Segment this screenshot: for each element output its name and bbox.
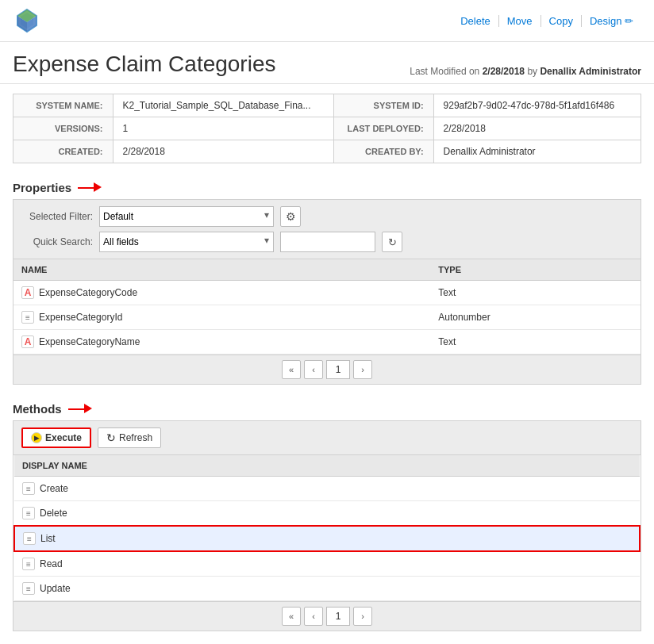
methods-table-row[interactable]: ≡ Create — [14, 477, 640, 501]
properties-table-row[interactable]: A ExpenseCategoryName Text — [13, 330, 641, 355]
method-name: List — [40, 533, 56, 544]
prop-name-cell: A ExpenseCategoryCode — [13, 281, 430, 305]
properties-toolbar: Selected Filter: Default ⚙ Quick Search:… — [13, 200, 641, 259]
col-type-header: TYPE — [430, 259, 641, 281]
prop-name: ExpenseCategoryCode — [39, 287, 137, 298]
refresh-icon: ↻ — [106, 431, 116, 444]
info-table: SYSTEM NAME: K2_Tutorial_Sample_SQL_Data… — [13, 94, 641, 163]
meta-user: Denallix Administrator — [540, 66, 641, 77]
properties-table-row[interactable]: ≡ ExpenseCategoryId Autonumber — [13, 305, 641, 330]
top-bar: Delete Move Copy Design ✏ — [0, 0, 654, 42]
search-row: Quick Search: All fields ↻ — [21, 232, 633, 252]
method-name-cell: ≡ Update — [14, 577, 640, 601]
methods-next-page-button[interactable]: › — [353, 607, 372, 626]
prop-name: ExpenseCategoryName — [39, 336, 140, 347]
play-icon: ▶ — [31, 432, 42, 443]
page-title: Expense Claim Categories — [13, 52, 276, 77]
system-id-value: 929af2b7-9d02-47dc-978d-5f1afd16f486 — [433, 94, 641, 117]
last-deployed-value: 2/28/2018 — [433, 117, 641, 140]
methods-pagination: « ‹ 1 › — [13, 601, 641, 631]
method-name-cell: ≡ Delete — [14, 501, 640, 527]
versions-value: 1 — [113, 117, 333, 140]
methods-table-row[interactable]: ≡ List — [14, 526, 640, 551]
created-label: CREATED: — [13, 140, 113, 163]
filter-row: Selected Filter: Default ⚙ — [21, 206, 633, 227]
prop-type-cell: Text — [430, 330, 641, 355]
methods-label: Methods — [13, 402, 62, 416]
methods-section-header: Methods — [0, 394, 654, 420]
refresh-label: Refresh — [119, 432, 152, 443]
properties-section-header: Properties — [0, 173, 654, 199]
method-name: Create — [40, 483, 68, 494]
design-action[interactable]: Design ✏ — [582, 15, 641, 27]
methods-arrow-icon — [68, 404, 92, 414]
methods-table-row[interactable]: ≡ Read — [14, 551, 640, 577]
properties-label: Properties — [13, 181, 71, 194]
method-name-cell: ≡ Read — [14, 551, 640, 577]
prop-type-cell: Text — [430, 281, 641, 305]
method-type-icon: ≡ — [22, 507, 35, 519]
prop-name-cell: ≡ ExpenseCategoryId — [13, 305, 430, 330]
system-name-label: SYSTEM NAME: — [13, 94, 113, 117]
versions-label: VERSIONS: — [13, 117, 113, 140]
methods-table-row[interactable]: ≡ Delete — [14, 501, 640, 527]
system-id-label: SYSTEM ID: — [333, 94, 433, 117]
system-name-value: K2_Tutorial_Sample_SQL_Database_Fina... — [113, 94, 333, 117]
next-page-button[interactable]: › — [353, 360, 372, 379]
properties-arrow-icon — [78, 183, 102, 193]
search-input[interactable] — [280, 232, 375, 252]
methods-prev-page-button[interactable]: ‹ — [304, 607, 323, 626]
methods-first-page-button[interactable]: « — [282, 607, 301, 626]
display-name-header: DISPLAY NAME — [14, 455, 640, 477]
prop-name: ExpenseCategoryId — [39, 312, 122, 323]
meta-date: 2/28/2018 — [483, 66, 525, 77]
filter-settings-button[interactable]: ⚙ — [280, 206, 301, 227]
search-field-select[interactable]: All fields — [99, 232, 274, 252]
properties-pagination: « ‹ 1 › — [13, 355, 641, 384]
meta-by: by — [527, 66, 537, 77]
search-refresh-button[interactable]: ↻ — [382, 232, 402, 252]
created-by-label: CREATED BY: — [333, 140, 433, 163]
filter-select-wrapper: Default — [99, 206, 274, 227]
methods-table-header: DISPLAY NAME — [14, 455, 640, 477]
execute-button[interactable]: ▶ Execute — [21, 427, 91, 448]
method-name: Update — [40, 583, 71, 594]
method-name-cell: ≡ Create — [14, 477, 640, 501]
move-action[interactable]: Move — [499, 15, 541, 27]
methods-current-page: 1 — [326, 607, 350, 626]
page-meta: Last Modified on 2/28/2018 by Denallix A… — [410, 66, 641, 77]
method-name: Delete — [40, 508, 67, 519]
method-type-icon: ≡ — [22, 482, 35, 495]
top-actions: Delete Move Copy Design ✏ — [452, 15, 641, 27]
properties-table-row[interactable]: A ExpenseCategoryCode Text — [13, 281, 641, 305]
method-name: Read — [40, 558, 63, 569]
copy-action[interactable]: Copy — [541, 15, 582, 27]
execute-label: Execute — [45, 432, 82, 443]
created-value: 2/28/2018 — [113, 140, 333, 163]
row-type-icon: A — [21, 286, 34, 299]
row-type-icon: A — [21, 335, 34, 348]
method-type-icon: ≡ — [23, 532, 36, 545]
methods-toolbar: ▶ Execute ↻ Refresh — [13, 421, 641, 455]
created-by-value: Denallix Administrator — [433, 140, 641, 163]
method-type-icon: ≡ — [22, 582, 35, 595]
method-type-icon: ≡ — [22, 558, 35, 570]
search-select-wrapper: All fields — [99, 232, 274, 252]
meta-prefix: Last Modified on — [410, 66, 479, 77]
page-header: Expense Claim Categories Last Modified o… — [0, 42, 654, 84]
delete-action[interactable]: Delete — [452, 15, 499, 27]
method-name-cell: ≡ List — [14, 526, 640, 551]
row-type-icon: ≡ — [21, 311, 34, 324]
refresh-button[interactable]: ↻ Refresh — [98, 427, 161, 448]
top-bar-left — [13, 6, 41, 35]
properties-table: NAME TYPE A ExpenseCategoryCode Text ≡ E… — [13, 259, 641, 355]
prop-type-cell: Autonumber — [430, 305, 641, 330]
prop-name-cell: A ExpenseCategoryName — [13, 330, 430, 355]
prev-page-button[interactable]: ‹ — [304, 360, 323, 379]
first-page-button[interactable]: « — [282, 360, 301, 379]
methods-table: DISPLAY NAME ≡ Create ≡ Delete ≡ — [13, 455, 641, 601]
properties-panel: Selected Filter: Default ⚙ Quick Search:… — [13, 199, 641, 385]
col-name-header: NAME — [13, 259, 430, 281]
filter-select[interactable]: Default — [99, 206, 274, 227]
methods-table-row[interactable]: ≡ Update — [14, 577, 640, 601]
